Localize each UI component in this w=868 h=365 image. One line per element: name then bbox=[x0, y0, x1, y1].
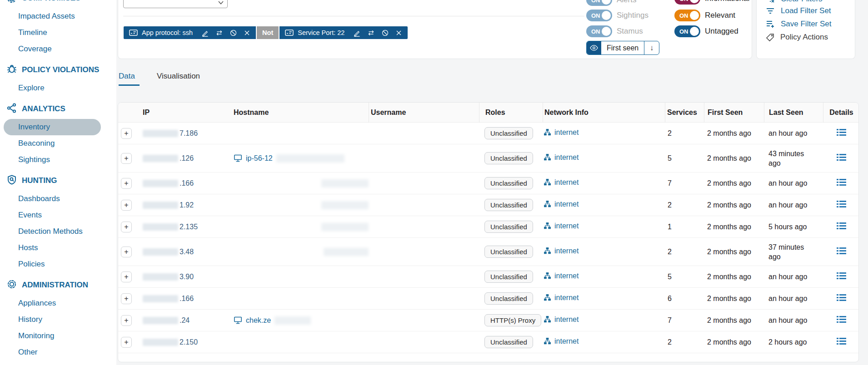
ip-address[interactable]: .24 bbox=[180, 316, 190, 324]
filter-chip-app-protocol[interactable]: App protocol: ssh bbox=[124, 26, 256, 39]
informational-toggle[interactable]: ON bbox=[674, 0, 700, 5]
column-header-services[interactable]: Services bbox=[665, 103, 704, 123]
eye-icon[interactable] bbox=[587, 41, 601, 54]
hostname-text[interactable]: chek.ze bbox=[246, 316, 271, 325]
remove-filter-icon[interactable] bbox=[395, 30, 402, 36]
column-header-hostname[interactable]: Hostname bbox=[234, 109, 369, 117]
ip-address[interactable]: .166 bbox=[180, 295, 194, 302]
sidebar-item-policies[interactable]: Policies bbox=[0, 256, 116, 272]
clear-filters-link[interactable]: Clear Filters bbox=[766, 0, 823, 5]
sort-direction-arrow[interactable]: ↓ bbox=[644, 41, 659, 54]
sidebar-item-appliances[interactable]: Appliances bbox=[0, 295, 116, 311]
column-header-first-seen[interactable]: First Seen bbox=[704, 103, 764, 123]
negate-filter-icon[interactable] bbox=[229, 29, 237, 37]
negate-filter-icon[interactable] bbox=[381, 29, 389, 37]
expand-row-button[interactable]: + bbox=[121, 337, 132, 348]
sidebar-item-explore[interactable]: Explore bbox=[0, 80, 116, 96]
ip-address[interactable]: 3.90 bbox=[180, 273, 194, 281]
expand-row-button[interactable]: + bbox=[121, 271, 132, 282]
sidebar-item-other[interactable]: Other bbox=[0, 344, 116, 360]
policy-actions-link[interactable]: Policy Actions bbox=[766, 31, 828, 43]
expand-row-button[interactable]: + bbox=[121, 222, 132, 232]
order-by-select[interactable]: First seen ↓ bbox=[586, 41, 659, 55]
ip-address[interactable]: 3.48 bbox=[180, 248, 194, 256]
load-filter-set-link[interactable]: Load Filter Set bbox=[766, 5, 831, 17]
network-link[interactable]: internet bbox=[544, 272, 579, 280]
network-link[interactable]: internet bbox=[544, 128, 579, 137]
swap-filter-icon[interactable] bbox=[367, 29, 375, 37]
filter-search-input[interactable] bbox=[123, 0, 228, 8]
hostname-text[interactable]: ip-56-12 bbox=[246, 154, 273, 163]
network-link[interactable]: internet bbox=[544, 247, 579, 255]
details-button[interactable] bbox=[837, 272, 846, 280]
column-header-last-seen[interactable]: Last Seen bbox=[764, 103, 823, 123]
network-link[interactable]: internet bbox=[544, 337, 579, 345]
sidebar-section-policy-violations[interactable]: POLICY VIOLATIONS bbox=[0, 60, 116, 80]
details-button[interactable] bbox=[837, 294, 846, 301]
expand-row-button[interactable]: + bbox=[121, 128, 132, 139]
sidebar-item-history[interactable]: History bbox=[0, 311, 116, 328]
sidebar-item-coverage[interactable]: Coverage bbox=[0, 41, 116, 57]
stamus-toggle[interactable]: ON bbox=[586, 25, 612, 37]
network-link[interactable]: internet bbox=[544, 153, 579, 162]
network-link[interactable]: internet bbox=[544, 294, 579, 302]
sidebar-item-hosts[interactable]: Hosts bbox=[0, 240, 116, 256]
details-button[interactable] bbox=[837, 178, 846, 186]
network-link[interactable]: internet bbox=[544, 316, 579, 324]
sidebar-section-administration[interactable]: ADMINISTRATION bbox=[0, 275, 116, 295]
details-button[interactable] bbox=[837, 247, 846, 255]
ip-address[interactable]: 7.186 bbox=[180, 129, 198, 137]
details-button[interactable] bbox=[837, 153, 846, 161]
details-button[interactable] bbox=[837, 222, 846, 230]
ip-address[interactable]: .166 bbox=[180, 179, 194, 187]
column-header-details[interactable]: Details bbox=[823, 103, 859, 123]
sidebar-item-inventory[interactable]: Inventory bbox=[4, 119, 101, 135]
not-operator-button[interactable]: Not bbox=[257, 26, 279, 39]
network-link[interactable]: internet bbox=[544, 222, 579, 230]
swap-filter-icon[interactable] bbox=[215, 29, 223, 37]
remove-filter-icon[interactable] bbox=[244, 30, 250, 36]
column-header-username[interactable]: Username bbox=[369, 103, 479, 123]
untagged-toggle[interactable]: ON bbox=[674, 25, 700, 37]
sidebar-item-sightings[interactable]: Sightings bbox=[0, 152, 116, 168]
sidebar-item-dashboards[interactable]: Dashboards bbox=[0, 191, 116, 207]
sidebar-item-detection-methods[interactable]: Detection Methods bbox=[0, 223, 116, 240]
expand-row-button[interactable]: + bbox=[121, 315, 132, 326]
ip-address[interactable]: 2.135 bbox=[180, 223, 198, 231]
edit-filter-icon[interactable] bbox=[353, 29, 361, 37]
expand-row-button[interactable]: + bbox=[121, 247, 132, 257]
sidebar-section-analytics[interactable]: ANALYTICS bbox=[0, 99, 116, 119]
expand-row-button[interactable]: + bbox=[121, 153, 132, 164]
save-filter-set-link[interactable]: Save Filter Set bbox=[766, 18, 832, 30]
sidebar-item-impacted-assets[interactable]: Impacted Assets bbox=[0, 8, 116, 25]
filter-chip-service-port[interactable]: Service Port: 22 bbox=[279, 26, 408, 39]
column-header-ip[interactable]: IP bbox=[138, 109, 234, 117]
edit-filter-icon[interactable] bbox=[201, 29, 209, 37]
ip-address[interactable]: 2.150 bbox=[180, 338, 198, 346]
ip-address[interactable]: .126 bbox=[180, 154, 194, 162]
sidebar-section-hunting[interactable]: HUNTING bbox=[0, 171, 116, 191]
ip-address[interactable]: 1.92 bbox=[180, 201, 194, 209]
details-button[interactable] bbox=[837, 200, 846, 208]
expand-row-button[interactable]: + bbox=[121, 200, 132, 211]
relevant-toggle[interactable]: ON bbox=[674, 10, 700, 21]
expand-row-button[interactable]: + bbox=[121, 178, 132, 189]
details-button[interactable] bbox=[837, 337, 846, 345]
column-header-roles[interactable]: Roles bbox=[479, 103, 543, 123]
sidebar-item-beaconing[interactable]: Beaconing bbox=[0, 135, 116, 152]
details-button[interactable] bbox=[837, 316, 846, 323]
column-header-network[interactable]: Network Info bbox=[543, 103, 665, 123]
alerts-toggle[interactable]: ON bbox=[586, 0, 612, 6]
order-by-value[interactable]: First seen bbox=[601, 41, 644, 54]
sidebar-item-monitoring[interactable]: Monitoring bbox=[0, 328, 116, 344]
sightings-toggle[interactable]: ON bbox=[586, 10, 612, 21]
sidebar-item-rulesets[interactable]: Rulesets bbox=[0, 360, 116, 365]
sidebar-item-timeline[interactable]: Timeline bbox=[0, 25, 116, 41]
tab-data[interactable]: Data bbox=[119, 72, 140, 86]
expand-row-button[interactable]: + bbox=[121, 293, 132, 304]
details-button[interactable] bbox=[837, 128, 846, 136]
network-link[interactable]: internet bbox=[544, 200, 579, 208]
sidebar-section-compromises[interactable]: COMPROMISES bbox=[0, 0, 116, 8]
sidebar-item-events[interactable]: Events bbox=[0, 207, 116, 223]
network-link[interactable]: internet bbox=[544, 178, 579, 187]
